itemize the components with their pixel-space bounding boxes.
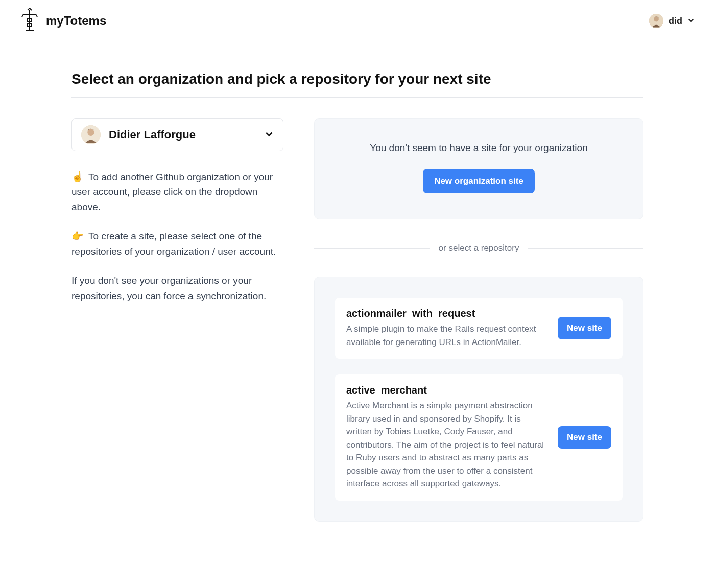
new-site-button[interactable]: New site (558, 426, 611, 449)
help-paragraph-2: 👉 To create a site, please select one of… (72, 229, 283, 259)
repository-list-panel: actionmailer_with_request A simple plugi… (314, 277, 644, 522)
empty-state-message: You don't seem to have a site for your o… (330, 142, 628, 154)
chevron-down-icon (265, 129, 274, 140)
username-label: did (669, 16, 682, 27)
totem-logo-icon (20, 8, 39, 34)
user-menu[interactable]: did (649, 14, 695, 28)
title-divider (72, 97, 644, 98)
svg-point-8 (87, 129, 94, 136)
pointing-right-icon: 👉 (72, 231, 84, 241)
help-text-1: To add another Github organization or yo… (72, 172, 273, 212)
help-paragraph-1: ☝️ To add another Github organization or… (72, 169, 283, 214)
org-avatar (81, 125, 101, 144)
pointing-up-icon: ☝️ (72, 172, 84, 182)
repo-description: Active Merchant is a simple payment abst… (346, 399, 545, 491)
organization-dropdown[interactable]: Didier Lafforgue (72, 118, 283, 151)
svg-point-6 (654, 17, 659, 22)
divider: or select a repository (314, 243, 644, 253)
chevron-down-icon (687, 16, 695, 26)
divider-label: or select a repository (439, 243, 519, 253)
brand-area[interactable]: myTotems (20, 8, 106, 34)
help-text-2: To create a site, please select one of t… (72, 231, 276, 256)
header: myTotems did (0, 0, 715, 42)
repo-name: active_merchant (346, 384, 545, 396)
empty-state-panel: You don't seem to have a site for your o… (314, 118, 644, 219)
page-title: Select an organization and pick a reposi… (72, 71, 644, 87)
repo-name: actionmailer_with_request (346, 308, 545, 320)
org-selected-name: Didier Lafforgue (109, 128, 196, 141)
help-text-3-suffix: . (264, 290, 266, 301)
divider-line (314, 248, 430, 249)
force-sync-link[interactable]: force a synchronization (164, 290, 264, 301)
repo-card: actionmailer_with_request A simple plugi… (335, 298, 623, 359)
brand-name: myTotems (46, 14, 106, 28)
divider-line (528, 248, 644, 249)
help-paragraph-3: If you don't see your organizations or y… (72, 273, 283, 303)
new-organization-site-button[interactable]: New organization site (423, 169, 535, 193)
repo-card: active_merchant Active Merchant is a sim… (335, 374, 623, 501)
new-site-button[interactable]: New site (558, 317, 611, 339)
avatar (649, 14, 663, 28)
repo-description: A simple plugin to make the Rails reques… (346, 323, 545, 349)
